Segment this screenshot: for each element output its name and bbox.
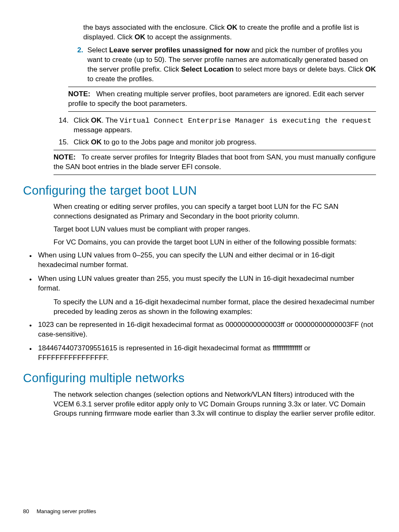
list-number: 15. [54, 138, 74, 147]
bullet-list: • 1023 can be represented in 16-digit he… [23, 320, 376, 363]
text: message appears. [74, 126, 132, 134]
text: to go to the Jobs page and monitor job p… [102, 138, 256, 146]
note-text: To create server profiles for Integrity … [54, 153, 376, 171]
bullet-icon: • [23, 274, 38, 293]
list-body: Click OK. The Virtual Connect Enterprise… [74, 116, 376, 136]
paragraph: Target boot LUN values must be compliant… [54, 225, 376, 234]
ok-label: OK [135, 33, 146, 41]
bullet-text: When using LUN values greater than 255, … [38, 274, 376, 293]
paragraph: When creating or editing server profiles… [54, 202, 376, 221]
paragraph: For VC Domains, you can provide the targ… [54, 238, 376, 247]
list-body: Select Leave server profiles unassigned … [87, 46, 376, 84]
option-label: Leave server profiles unassigned for now [109, 46, 249, 54]
content-area: the bays associated with the enclosure. … [23, 23, 376, 419]
button-label: Select Location [181, 65, 234, 73]
bullet-item: • When using LUN values from 0–255, you … [23, 251, 376, 270]
text: . The [102, 116, 120, 124]
page-container: the bays associated with the enclosure. … [0, 0, 399, 532]
list-item-14: 14. Click OK. The Virtual Connect Enterp… [54, 116, 376, 136]
bullet-item: • 1023 can be represented in 16-digit he… [23, 320, 376, 339]
note-box: NOTE: When creating multiple server prof… [68, 87, 376, 112]
note-text: When creating multiple server profiles, … [68, 90, 364, 108]
note-label: NOTE: [68, 90, 90, 98]
bullet-icon: • [23, 251, 38, 270]
text: to select more bays or delete bays. Clic… [234, 65, 366, 73]
list-number: 14. [54, 116, 74, 136]
paragraph: To specify the LUN and a 16-digit hexade… [54, 298, 376, 317]
ok-label: OK [91, 138, 102, 146]
continued-paragraph: the bays associated with the enclosure. … [83, 23, 376, 42]
list-item-15: 15. Click OK to go to the Jobs page and … [54, 138, 376, 147]
note-box: NOTE: To create server profiles for Inte… [54, 150, 376, 175]
page-footer: 80Managing server profiles [23, 508, 96, 515]
heading-multiple-networks: Configuring multiple networks [23, 370, 376, 386]
ok-label: OK [365, 65, 376, 73]
list-number: 2. [68, 46, 87, 84]
bullet-text: 1023 can be represented in 16-digit hexa… [38, 320, 376, 339]
ok-label: OK [91, 116, 102, 124]
text: to create the profiles. [87, 75, 154, 83]
list-item-2: 2. Select Leave server profiles unassign… [68, 46, 376, 84]
heading-target-boot-lun: Configuring the target boot LUN [23, 182, 376, 199]
note-label: NOTE: [54, 153, 76, 161]
list-body: Click OK to go to the Jobs page and moni… [74, 138, 376, 147]
text: Click [74, 138, 91, 146]
bullet-list: • When using LUN values from 0–255, you … [23, 251, 376, 293]
bullet-text: When using LUN values from 0–255, you ca… [38, 251, 376, 270]
bullet-icon: • [23, 344, 38, 363]
footer-title: Managing server profiles [36, 508, 96, 514]
bullet-icon: • [23, 320, 38, 339]
text: to accept the assignments. [145, 33, 232, 41]
ok-label: OK [227, 23, 238, 31]
bullet-item: • When using LUN values greater than 255… [23, 274, 376, 293]
bullet-item: • 18446744073709551615 is represented in… [23, 344, 376, 363]
paragraph: The network selection changes (selection… [54, 390, 376, 419]
page-number: 80 [23, 508, 29, 514]
mono-text: Virtual Connect Enterprise Manager is ex… [120, 117, 371, 125]
text: Click [74, 116, 91, 124]
text: Select [87, 46, 109, 54]
bullet-text: 18446744073709551615 is represented in 1… [38, 344, 376, 363]
text: the bays associated with the enclosure. … [83, 23, 227, 31]
